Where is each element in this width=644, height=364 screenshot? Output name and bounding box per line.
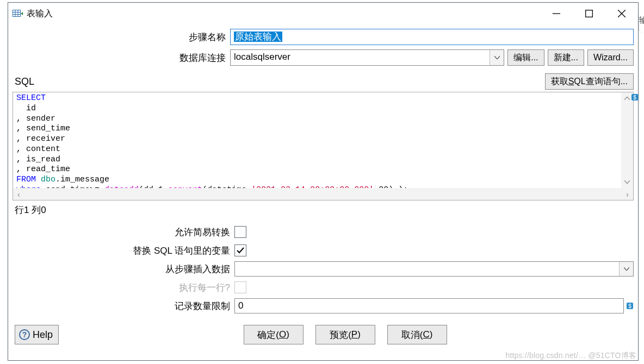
chevron-down-icon[interactable] (619, 262, 633, 276)
from-step-combo[interactable] (234, 261, 634, 277)
help-icon: ? (18, 329, 30, 341)
dialog-title: 表输入 (27, 8, 53, 20)
label-allow-simple: 允许简易转换 (13, 226, 234, 239)
db-conn-selected: localsqlserver (231, 50, 490, 65)
step-name-input[interactable]: 原始表输入 (230, 29, 634, 45)
titlebar: 表输入 (8, 3, 638, 24)
label-sql: SQL (13, 76, 34, 87)
variable-indicator-icon: $ (631, 93, 639, 101)
svg-rect-0 (13, 10, 21, 17)
svg-rect-6 (586, 10, 593, 17)
label-record-limit: 记录数量限制 (13, 300, 234, 312)
allow-simple-checkbox[interactable] (234, 226, 246, 238)
row-exec-each-row: 执行每一行? (13, 278, 634, 297)
table-input-icon (13, 10, 23, 17)
bottom-bar: ? Help 确定(O) 预览(P) 取消(C) (13, 325, 634, 344)
help-label: Help (33, 329, 53, 341)
row-allow-simple: 允许简易转换 (13, 223, 634, 241)
horizontal-scrollbar[interactable]: ‹ › (13, 188, 633, 200)
label-from-step: 从步骤插入数据 (13, 263, 234, 275)
cancel-button[interactable]: 取消(C) (387, 325, 447, 344)
label-step-name: 步骤名称 (13, 31, 230, 43)
exec-each-row-checkbox (234, 281, 246, 293)
variable-indicator-icon: $ (626, 302, 634, 310)
record-limit-input[interactable] (234, 298, 624, 313)
minimize-button[interactable] (540, 3, 573, 24)
label-exec-each-row: 执行每一行? (13, 281, 234, 294)
svg-text:$: $ (628, 303, 631, 309)
db-conn-combo[interactable]: localsqlserver (230, 49, 504, 66)
label-replace-vars: 替换 SQL 语句里的变量 (13, 244, 234, 257)
maximize-button[interactable] (573, 3, 605, 24)
chevron-down-icon[interactable] (490, 50, 504, 65)
ok-button[interactable]: 确定(O) (244, 325, 304, 344)
sql-code: SELECT id , sender , send_time , receive… (13, 92, 633, 200)
sql-editor[interactable]: SELECT id , sender , send_time , receive… (13, 92, 634, 200)
edit-connection-button[interactable]: 编辑... (507, 49, 544, 66)
window-controls (540, 3, 638, 24)
row-record-limit: 记录数量限制 $ (13, 297, 634, 315)
help-button[interactable]: ? Help (15, 325, 59, 344)
preview-button[interactable]: 预览(P) (315, 325, 375, 344)
label-db-conn: 数据库连接 (13, 52, 230, 64)
row-replace-vars: 替换 SQL 语句里的变量 (13, 241, 634, 260)
row-from-step: 从步骤插入数据 (13, 260, 634, 278)
option-rows: 允许简易转换 替换 SQL 语句里的变量 从步骤插入数据 (13, 223, 634, 315)
replace-vars-checkbox[interactable] (234, 244, 246, 256)
svg-text:$: $ (633, 95, 636, 101)
vertical-scrollbar[interactable] (621, 92, 633, 188)
editor-status: 行1 列0 (13, 204, 634, 216)
close-button[interactable] (605, 3, 638, 24)
row-db-conn: 数据库连接 localsqlserver 编辑... 新建... Wizard.… (13, 49, 634, 66)
watermark: https://blog.csdn.net/… @51CTO博客 (505, 351, 636, 361)
background-fragment: 输 (639, 15, 644, 34)
row-step-name: 步骤名称 原始表输入 (13, 29, 634, 45)
wizard-button[interactable]: Wizard... (587, 49, 634, 66)
svg-text:?: ? (22, 330, 27, 339)
dialog-window: 表输入 步骤名称 原始表输入 数据库连接 (8, 2, 639, 361)
get-sql-button[interactable]: 获取SQL查询语句... (545, 73, 634, 90)
from-step-selected (235, 262, 619, 276)
scroll-right-icon[interactable]: › (626, 190, 629, 199)
scroll-left-icon[interactable]: ‹ (17, 190, 20, 199)
dialog-content: 步骤名称 原始表输入 数据库连接 localsqlserver 编辑... 新建… (8, 29, 638, 344)
new-connection-button[interactable]: 新建... (548, 49, 584, 66)
scroll-down-icon[interactable] (621, 176, 633, 188)
sql-header: SQL 获取SQL查询语句... (13, 73, 634, 90)
